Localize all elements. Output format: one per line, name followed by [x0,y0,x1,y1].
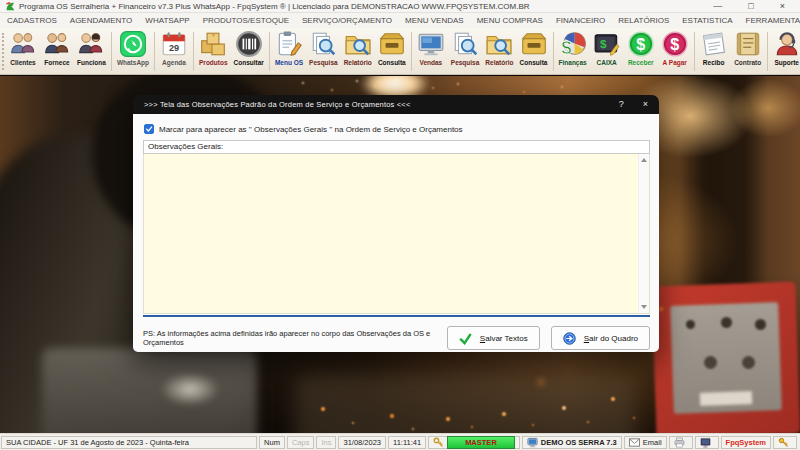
toolbar-funcionario[interactable]: Funciona [74,29,109,74]
menu-estatistica[interactable]: ESTATISTICA [682,16,732,25]
toolbar: Clientes Fornece Funciona WhatsApp [0,28,800,75]
scroll-up-icon[interactable] [641,158,647,162]
toolbar-vendas[interactable]: Vendas [414,29,448,74]
status-num-lock: Num [259,436,285,449]
scroll-down-icon[interactable] [641,305,647,309]
status-printer [669,436,693,449]
svg-text:29: 29 [169,43,179,53]
toolbar-drag-handle[interactable] [2,33,4,70]
toolbar-item[interactable] [111,32,112,71]
status-app-version: DEMO OS SERRA 7.3 [522,436,622,449]
dialog-title: >>> Tela das Observações Padrão da Ordem… [144,100,411,109]
footnote-text: PS: As informações acima definidas irão … [143,329,436,347]
toolbar-item[interactable] [269,32,270,71]
status-date: 31/08/2023 [338,436,386,449]
barcode-icon [235,30,263,58]
folder-search-icon [344,30,372,58]
menu-whatsapp[interactable]: WHATSAPP [145,16,189,25]
exit-dialog-button[interactable]: Sair do Quadro [551,326,650,350]
toolbar-caixa[interactable]: $ CAIXA [590,29,624,74]
observations-textarea[interactable] [144,154,638,313]
observations-textarea-wrap [143,154,650,314]
menu-servico-orcamento[interactable]: SERVIÇO/ORÇAMENTO [302,16,392,25]
toolbar-consultar[interactable]: Consultar [231,29,267,74]
menu-compras[interactable]: MENU COMPRAS [477,16,543,25]
app-logo-icon [5,1,15,11]
status-user-level: MASTER [428,436,520,449]
support-icon [773,30,800,58]
menu-relatorios[interactable]: RELATÓRIOS [618,16,669,25]
toolbar-pesquisa-vendas[interactable]: Pesquisa [448,29,483,74]
app-window: Programa OS Serralheria + Financeiro v7.… [0,0,800,450]
menu-agendamento[interactable]: AGENDAMENTO [70,16,133,25]
workbench-machine [42,348,257,433]
toolbar-clientes[interactable]: Clientes [6,29,40,74]
products-icon [199,30,227,58]
toolbar-fornecedor[interactable]: Fornece [40,29,74,74]
key-gold-icon [778,437,789,448]
status-caps-lock: Caps [287,436,315,449]
toolbar-financas[interactable]: $ Finanças [556,29,590,74]
printer-icon [674,437,685,448]
machine-label [700,391,752,406]
toolbar-recibo[interactable]: Recibo [697,29,731,74]
titlebar: Programa OS Serralheria + Financeiro v7.… [0,0,800,13]
toolbar-item[interactable] [553,32,554,71]
menu-cadastros[interactable]: CADASTROS [7,16,57,25]
toolbar-produtos[interactable]: Produtos [196,29,231,74]
calendar-icon: 29 [160,30,188,58]
dialog-titlebar: >>> Tela das Observações Padrão da Ordem… [133,95,659,114]
textarea-scrollbar[interactable] [638,154,649,313]
machine-panel [670,302,782,414]
search-docs-icon [451,30,479,58]
toolbar-a-pagar[interactable]: $ A Pagar [658,29,692,74]
toolbar-contrato[interactable]: Contrato [731,29,765,74]
drawer-icon [378,30,406,58]
toolbar-item[interactable] [694,32,695,71]
dialog-close-button[interactable]: × [643,99,648,110]
toolbar-item[interactable] [767,32,768,71]
toolbar-pesquisa-os[interactable]: Pesquisa [306,29,341,74]
background-crates [295,374,635,433]
toolbar-relatorio-os[interactable]: Relatório [341,29,375,74]
observations-checkbox[interactable] [144,124,154,134]
svg-text:$: $ [600,37,607,51]
menu-financeiro[interactable]: FINANCEIRO [556,16,605,25]
toolbar-item[interactable] [411,32,412,71]
toolbar-consulta-os[interactable]: Consulta [375,29,409,74]
toolbar-consulta-vendas[interactable]: Consulta [517,29,551,74]
blue-divider [143,315,650,317]
toolbar-menu-os[interactable]: Menu OS [272,29,306,74]
status-brand: FpqSystem [721,436,771,449]
toolbar-relatorio-vendas[interactable]: Relatório [482,29,516,74]
save-texts-button[interactable]: Salvar Textos [447,326,540,350]
receive-icon: $ [627,30,655,58]
clipboard-icon [275,30,303,58]
menubar: CADASTROS AGENDAMENTO WHATSAPP PRODUTOS/… [0,13,800,28]
menu-vendas[interactable]: MENU VENDAS [405,16,464,25]
toolbar-whatsapp[interactable]: WhatsApp [114,29,152,74]
red-welding-machine [651,282,800,433]
key-icon [433,437,444,448]
toolbar-agenda[interactable]: 29 Agenda [157,29,191,74]
sparks [0,76,2,78]
email-icon [629,437,640,448]
dialog-help-button[interactable]: ? [619,99,624,110]
checkbox-label: Marcar para aparecer as '' Observações G… [159,125,463,134]
minimize-button[interactable]: — [713,1,722,12]
window-controls: — □ × [713,1,795,12]
toolbar-item[interactable] [154,32,155,71]
toolbar-suporte[interactable]: Suporte [770,29,800,74]
menu-produtos-estoque[interactable]: PRODUTOS/ESTOQUE [203,16,289,25]
status-display [695,436,719,449]
maximize-button[interactable]: □ [748,1,753,12]
folder-search-icon [485,30,513,58]
checkbox-check-icon [145,125,153,133]
menu-ferramentas[interactable]: FERRAMENTAS [746,16,800,25]
toolbar-item[interactable] [193,32,194,71]
close-button[interactable]: × [780,1,785,12]
monitor-sales-icon [417,30,445,58]
toolbar-receber[interactable]: $ Receber [624,29,658,74]
toolbar-items: Clientes Fornece Funciona WhatsApp [6,29,800,74]
workbench-glow [160,372,220,406]
